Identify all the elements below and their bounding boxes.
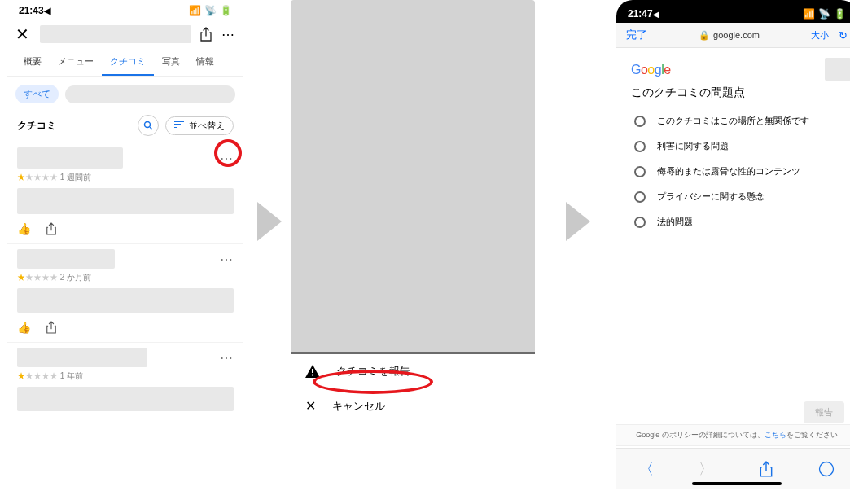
option-label: プライバシーに関する懸念: [657, 191, 765, 203]
cancel-button[interactable]: ✕ キャンセル: [291, 388, 535, 423]
sort-button[interactable]: 並べ替え: [165, 116, 234, 135]
close-icon: ✕: [305, 398, 316, 414]
review-age: 2 か月前: [60, 273, 91, 282]
status-icons: 📶 📡 🔋: [803, 8, 846, 20]
chip-all[interactable]: すべて: [15, 85, 59, 103]
battery-icon: 🔋: [834, 8, 846, 20]
search-reviews-button[interactable]: [138, 115, 159, 136]
policy-pre: Google のポリシーの詳細については、: [636, 431, 765, 439]
avatar-redacted: [825, 58, 850, 81]
tab-menu[interactable]: メニュー: [50, 49, 102, 76]
reviewer-redacted: [17, 147, 123, 169]
report-button[interactable]: 報告: [804, 401, 844, 423]
annotation-circle: [214, 139, 242, 167]
status-bar: 21:43 ◀ 📶 📡 🔋: [7, 0, 243, 20]
lock-icon: 🔒: [699, 30, 710, 41]
screen-3-report-form: 21:47 ◀ 📶 📡 🔋 完了 🔒 google.com 大小 ↻ Googl…: [616, 0, 850, 489]
option-label: 侮辱的または露骨な性的コンテンツ: [657, 165, 800, 177]
thumbs-up-icon[interactable]: 👍: [17, 222, 31, 235]
screen-1-maps-reviews: 21:43 ◀ 📶 📡 🔋 ✕ ⋯ 概要 メニュー クチコミ 写真 情報 すべて…: [7, 0, 243, 489]
wifi-icon: 📡: [204, 5, 217, 16]
header: ✕ ⋯: [7, 20, 243, 49]
tabs: 概要 メニュー クチコミ 写真 情報: [7, 49, 243, 77]
reload-icon[interactable]: ↻: [839, 29, 848, 42]
place-name-redacted: [40, 25, 191, 43]
review-age: 1 週間前: [60, 173, 91, 182]
share-review-icon[interactable]: [46, 321, 57, 334]
radio-icon: [634, 217, 646, 228]
tab-overview[interactable]: 概要: [15, 49, 50, 76]
radio-icon: [634, 191, 646, 203]
reviewer-redacted: [17, 249, 115, 269]
screen-2-action-sheet: クチコミを報告 ✕ キャンセル: [291, 0, 535, 423]
radio-icon: [634, 141, 646, 152]
signal-icon: 📶: [189, 5, 201, 16]
tab-reviews[interactable]: クチコミ: [102, 49, 154, 76]
signal-icon: 📶: [803, 8, 815, 20]
tab-info[interactable]: 情報: [188, 49, 222, 76]
arrow-icon: [566, 202, 590, 241]
forward-icon: 〉: [699, 459, 713, 479]
svg-rect-3: [312, 375, 313, 376]
review-actions: 👍: [17, 321, 234, 334]
svg-point-0: [145, 122, 151, 128]
review-text-redacted: [17, 288, 234, 313]
svg-line-1: [150, 127, 152, 129]
reviewer-redacted: [17, 348, 147, 367]
status-icons: 📶 📡 🔋: [189, 5, 232, 16]
radio-icon: [634, 166, 646, 177]
time-label: 21:43: [19, 5, 44, 16]
review-actions: 👍: [17, 222, 234, 235]
filter-chips: すべて: [7, 77, 243, 112]
review-more-icon[interactable]: ⋯: [219, 350, 234, 366]
share-review-icon[interactable]: [46, 222, 57, 235]
star-rating: ★★★★★ 1 年前: [17, 370, 234, 382]
star-rating: ★★★★★ 1 週間前: [17, 172, 234, 183]
option-privacy[interactable]: プライバシーに関する懸念: [616, 184, 850, 209]
arrow-icon: [257, 202, 282, 241]
review-text-redacted: [17, 188, 234, 214]
svg-rect-2: [312, 369, 313, 373]
policy-link[interactable]: こちら: [765, 431, 786, 439]
back-icon[interactable]: 〈: [639, 459, 654, 479]
done-button[interactable]: 完了: [626, 28, 647, 42]
option-label: このクチコミはこの場所と無関係です: [657, 115, 809, 127]
option-label: 法的問題: [657, 216, 693, 228]
option-legal[interactable]: 法的問題: [616, 209, 850, 234]
section-title: クチコミ: [17, 119, 56, 133]
option-irrelevant[interactable]: このクチコミはこの場所と無関係です: [616, 108, 850, 134]
review-item-3: ⋯ ★★★★★ 1 年前: [7, 343, 243, 419]
review-text-redacted: [17, 387, 234, 411]
star-rating: ★★★★★ 2 か月前: [17, 272, 234, 283]
share-icon[interactable]: [199, 27, 212, 42]
battery-icon: 🔋: [220, 5, 232, 16]
close-icon[interactable]: ✕: [15, 24, 32, 44]
wifi-icon: 📡: [818, 8, 830, 20]
option-label: 利害に関する問題: [657, 140, 729, 152]
safari-icon[interactable]: [818, 461, 835, 477]
url-display[interactable]: 🔒 google.com: [699, 30, 760, 41]
review-more-icon[interactable]: ⋯: [219, 252, 234, 267]
thumbs-up-icon[interactable]: 👍: [17, 321, 31, 334]
annotation-oval: [313, 370, 433, 394]
status-bar: 21:47 ◀ 📶 📡 🔋: [616, 0, 850, 23]
location-icon: ◀: [653, 10, 659, 19]
review-item-1: ⋯ ★★★★★ 1 週間前 👍: [7, 142, 243, 244]
chip-redacted: [65, 85, 235, 103]
cancel-label: キャンセル: [332, 399, 385, 414]
location-icon: ◀: [44, 6, 50, 16]
time-label: 21:47: [628, 8, 653, 20]
share-icon[interactable]: [759, 461, 773, 477]
policy-footer: Google のポリシーの詳細については、こちらをご覧ください: [616, 424, 850, 446]
option-conflict[interactable]: 利害に関する問題: [616, 134, 850, 159]
host-label: google.com: [713, 30, 760, 40]
review-age: 1 年前: [60, 371, 83, 380]
safari-toolbar: 完了 🔒 google.com 大小 ↻: [616, 23, 850, 48]
tab-photos[interactable]: 写真: [154, 49, 188, 76]
sort-icon: [174, 121, 184, 130]
textsize-button[interactable]: 大小: [811, 29, 829, 42]
more-icon[interactable]: ⋯: [221, 27, 235, 42]
option-offensive[interactable]: 侮辱的または露骨な性的コンテンツ: [616, 159, 850, 184]
section-header: クチコミ 並べ替え: [7, 112, 243, 142]
sort-label: 並べ替え: [189, 120, 225, 132]
